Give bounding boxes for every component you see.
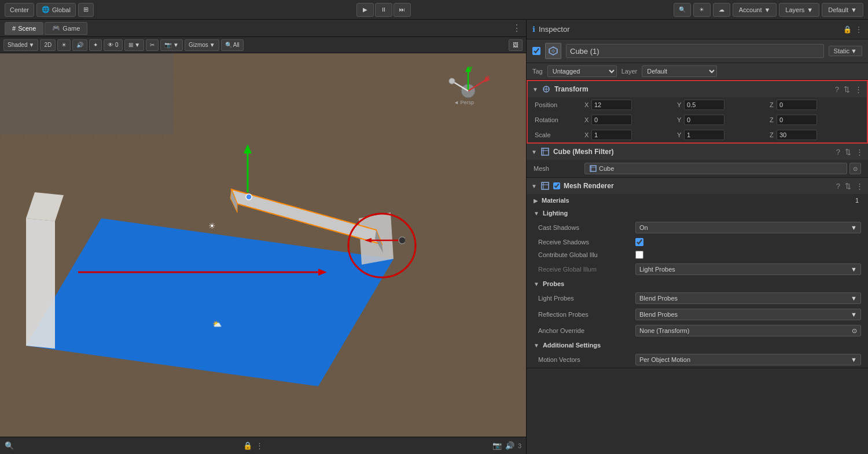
x-axis-label: X bbox=[584, 101, 590, 108]
transform-name: Transform bbox=[554, 85, 832, 93]
additional-settings-label: Additional Settings bbox=[543, 342, 861, 349]
motion-vectors-dropdown[interactable]: Per Object Motion ▼ bbox=[635, 354, 861, 365]
mesh-filter-header[interactable]: ▼ Cube (Mesh Filter) ? ⇅ ⋮ bbox=[527, 144, 868, 160]
tab-more-button[interactable]: ⋮ bbox=[512, 23, 521, 34]
more-scene-options[interactable]: 🖼 bbox=[509, 39, 523, 51]
bottom-layers-icon[interactable]: 📷 bbox=[492, 441, 502, 450]
2d-button[interactable]: 2D bbox=[40, 39, 56, 51]
transform-help-button[interactable]: ? bbox=[835, 85, 839, 94]
probes-subsection-header[interactable]: ▼ Probes bbox=[527, 277, 868, 290]
anchor-override-value[interactable]: None (Transform) ⊙ bbox=[635, 325, 861, 336]
global-button[interactable]: 🌐 Global bbox=[36, 3, 76, 17]
search-scene-button[interactable]: 🔍 All bbox=[221, 39, 244, 51]
account-button[interactable]: Account ▼ bbox=[733, 3, 777, 17]
mesh-renderer-enabled-checkbox[interactable] bbox=[553, 182, 560, 189]
shaded-chevron-icon: ▼ bbox=[28, 42, 34, 48]
position-x-input[interactable] bbox=[591, 100, 632, 110]
rotation-y-input[interactable] bbox=[684, 115, 724, 125]
receive-gi-dropdown[interactable]: Light Probes ▼ bbox=[635, 263, 861, 275]
mesh-value-display[interactable]: Cube bbox=[584, 163, 847, 174]
scale-y-input[interactable] bbox=[684, 130, 724, 140]
cloud-button[interactable]: ☁ bbox=[713, 3, 730, 17]
bottom-lock-icon[interactable]: 🔒 bbox=[243, 441, 252, 450]
hide-layers-button[interactable]: 👁 0 bbox=[104, 39, 122, 51]
rotation-x-field: X bbox=[584, 115, 675, 125]
lighting-subsection-header[interactable]: ▼ Lighting bbox=[527, 207, 868, 219]
mesh-filter-more-button[interactable]: ⋮ bbox=[856, 148, 863, 156]
rotation-z-input[interactable] bbox=[777, 115, 817, 125]
camera-btn[interactable]: 📷 ▼ bbox=[160, 39, 183, 51]
gizmos-button[interactable]: Gizmos ▼ bbox=[185, 39, 219, 51]
tag-select[interactable]: Untagged bbox=[547, 65, 617, 77]
gizmo-widget[interactable]: y x ◄ Persp bbox=[445, 65, 491, 111]
inspector-lock-icon[interactable]: 🔒 bbox=[843, 25, 852, 34]
y-axis-label: Y bbox=[677, 101, 683, 108]
bottom-audio-icon[interactable]: 🔊 bbox=[505, 441, 514, 450]
default-layout-button[interactable]: Default ▼ bbox=[822, 3, 863, 17]
cast-shadows-label: Cast Shadows bbox=[538, 224, 631, 231]
collab-button[interactable]: ☀ bbox=[693, 3, 711, 17]
tab-scene[interactable]: # Scene bbox=[5, 22, 43, 35]
transform-component: ▼ Transform ? ⇅ ⋮ bbox=[527, 80, 868, 144]
scale-label: Scale bbox=[535, 131, 581, 138]
svg-text:x: x bbox=[487, 74, 490, 80]
layer-label: Layer bbox=[621, 68, 638, 75]
mesh-target-button[interactable]: ⊙ bbox=[849, 163, 861, 174]
search-top-button[interactable]: 🔍 bbox=[674, 3, 691, 17]
transform-settings-button[interactable]: ⇅ bbox=[844, 85, 850, 94]
audio-button[interactable]: 🔊 bbox=[72, 39, 87, 51]
lighting-button[interactable]: ☀ bbox=[57, 39, 71, 51]
contribute-gi-label: Contribute Global Illu bbox=[538, 251, 631, 258]
gameobject-name-input[interactable] bbox=[566, 44, 824, 58]
static-button[interactable]: Static ▼ bbox=[829, 46, 862, 56]
rotation-x-input[interactable] bbox=[591, 115, 632, 125]
mesh-renderer-settings-button[interactable]: ⇅ bbox=[845, 182, 851, 191]
inspector-title-button[interactable]: Inspector bbox=[539, 25, 569, 34]
receive-gi-label: Receive Global Illum bbox=[538, 266, 631, 273]
mesh-renderer-more-button[interactable]: ⋮ bbox=[856, 182, 863, 191]
mesh-filter-help-button[interactable]: ? bbox=[836, 148, 840, 156]
cast-shadows-dropdown[interactable]: On ▼ bbox=[635, 222, 861, 233]
mesh-renderer-help-button[interactable]: ? bbox=[836, 182, 840, 191]
additional-settings-header[interactable]: ▼ Additional Settings bbox=[527, 339, 868, 352]
shaded-button[interactable]: Shaded ▼ bbox=[3, 39, 38, 51]
scale-x-input[interactable] bbox=[591, 130, 632, 140]
step-button[interactable]: ⏭ bbox=[393, 3, 411, 17]
transform-more-button[interactable]: ⋮ bbox=[855, 85, 862, 94]
mesh-filter-expand-icon: ▼ bbox=[531, 149, 537, 155]
pause-button[interactable]: ⏸ bbox=[375, 3, 392, 17]
layers-button[interactable]: Layers ▼ bbox=[779, 3, 819, 17]
snap-button[interactable]: ✂ bbox=[146, 39, 159, 51]
tab-game[interactable]: 🎮 Game bbox=[45, 22, 87, 35]
inspector-more-icon[interactable]: ⋮ bbox=[855, 25, 862, 34]
light-probes-dropdown[interactable]: Blend Probes ▼ bbox=[635, 292, 861, 304]
scene-toolbar: Shaded ▼ 2D ☀ 🔊 ✦ 👁 0 ⊞ ▼ ✂ 📷 ▼ Gizmos ▼… bbox=[0, 37, 526, 53]
mesh-filter-settings-button[interactable]: ⇅ bbox=[845, 148, 851, 156]
reflection-probes-dropdown[interactable]: Blend Probes ▼ bbox=[635, 309, 861, 320]
contribute-gi-checkbox[interactable] bbox=[635, 251, 643, 259]
light-probes-label: Light Probes bbox=[538, 295, 631, 302]
receive-shadows-checkbox[interactable] bbox=[635, 238, 643, 246]
scale-z-input[interactable] bbox=[777, 130, 817, 140]
position-y-input[interactable] bbox=[684, 100, 724, 110]
center-button[interactable]: Center bbox=[5, 3, 34, 17]
gameobject-active-checkbox[interactable] bbox=[532, 47, 540, 55]
bottom-search-icon[interactable]: 🔍 bbox=[5, 441, 14, 450]
mesh-renderer-header[interactable]: ▼ Mesh Renderer ? ⇅ ⋮ bbox=[527, 178, 868, 194]
inspector-panel: ℹ Inspector 🔒 ⋮ Static ▼ bbox=[527, 20, 868, 454]
transform-header[interactable]: ▼ Transform ? ⇅ ⋮ bbox=[528, 81, 867, 97]
grid-button[interactable]: ⊞ bbox=[78, 3, 94, 17]
position-z-input[interactable] bbox=[777, 100, 817, 110]
bottom-more-icon[interactable]: ⋮ bbox=[256, 441, 263, 450]
grid-overlay-button[interactable]: ⊞ ▼ bbox=[124, 39, 145, 51]
tag-layer-row: Tag Untagged Layer Default bbox=[527, 63, 868, 80]
sun-scene-icon: ☀ bbox=[208, 221, 216, 230]
effects-button[interactable]: ✦ bbox=[89, 39, 102, 51]
mesh-value-row: Cube ⊙ bbox=[584, 163, 861, 174]
materials-subsection-header[interactable]: ▶ Materials 1 bbox=[527, 194, 868, 207]
layer-select[interactable]: Default bbox=[642, 65, 717, 77]
probes-label: Probes bbox=[543, 280, 861, 287]
mesh-filter-icon bbox=[540, 147, 550, 156]
cast-shadows-row: Cast Shadows On ▼ bbox=[527, 219, 868, 236]
play-button[interactable]: ▶ bbox=[356, 3, 374, 17]
